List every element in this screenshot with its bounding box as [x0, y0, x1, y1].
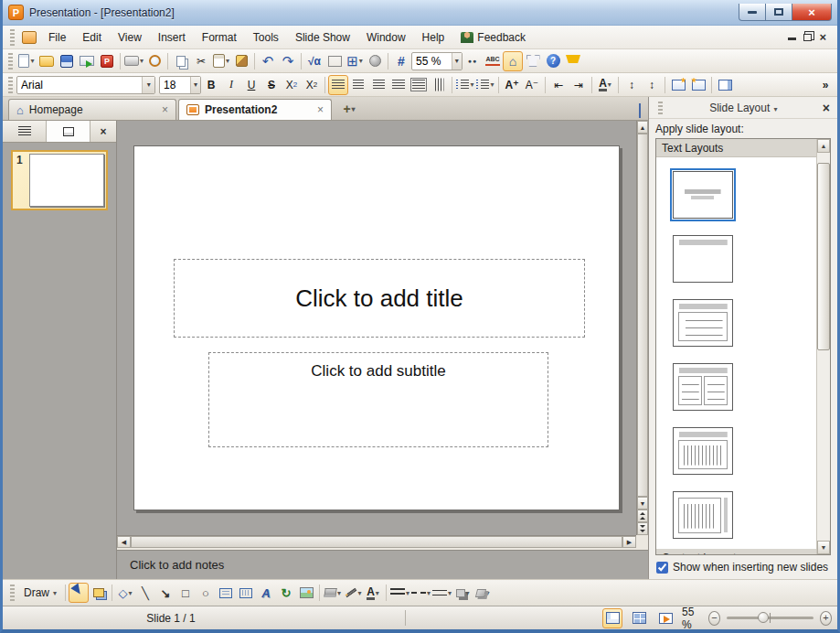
slide-thumbnail-1[interactable]: 1: [11, 150, 108, 210]
outline-view-tab[interactable]: [3, 121, 47, 142]
save-button[interactable]: [57, 51, 77, 71]
insert-table-button[interactable]: ⊞▾: [345, 51, 365, 71]
menu-item-file[interactable]: File: [40, 28, 74, 47]
font-dropdown[interactable]: ▾: [142, 77, 154, 93]
zoom-input[interactable]: [412, 54, 452, 69]
vertical-scroll-track[interactable]: [637, 134, 648, 497]
next-slide-button[interactable]: [637, 522, 648, 535]
align-right-button[interactable]: [368, 75, 388, 95]
menu-item-view[interactable]: View: [110, 28, 150, 47]
redo-button[interactable]: ↷: [278, 51, 298, 71]
bold-button[interactable]: B: [201, 75, 221, 95]
zoom-in-button[interactable]: +: [820, 611, 832, 626]
increase-indent-button[interactable]: ⇥: [569, 75, 589, 95]
send-email-button[interactable]: [77, 51, 97, 71]
menu-item-insert[interactable]: Insert: [150, 28, 194, 47]
new-slide-button[interactable]: [688, 75, 708, 95]
decrease-indent-button[interactable]: ⇤: [548, 75, 569, 95]
underline-button[interactable]: U: [241, 75, 261, 95]
distribute-button[interactable]: [409, 75, 429, 95]
line-tool-button[interactable]: ╲: [135, 583, 155, 603]
previous-slide-button[interactable]: [637, 510, 648, 522]
scrollbar-thumb[interactable]: [817, 163, 830, 350]
mdi-close-icon[interactable]: ×: [819, 30, 826, 44]
draw-font-color-button[interactable]: A▾: [363, 583, 383, 603]
subtitle-placeholder[interactable]: Click to add subtitle: [208, 352, 548, 447]
multi-select-button[interactable]: [89, 583, 109, 603]
line-color-button[interactable]: ▾: [343, 583, 363, 603]
layout-title-two-content[interactable]: [664, 355, 742, 419]
scroll-down-icon[interactable]: ▼: [817, 541, 830, 554]
print-preview-button[interactable]: [144, 51, 165, 71]
close-button[interactable]: ×: [792, 4, 832, 21]
insert-picture-button[interactable]: [296, 583, 316, 603]
scroll-up-icon[interactable]: ▲: [817, 139, 830, 153]
select-tool-button[interactable]: [69, 583, 89, 603]
copy-button[interactable]: [171, 51, 191, 71]
panel-close-icon[interactable]: ×: [90, 121, 116, 142]
font-size-input[interactable]: [160, 78, 190, 92]
slides-view-tab[interactable]: [47, 121, 90, 142]
maximize-button[interactable]: [765, 4, 792, 21]
undo-button[interactable]: ↶: [258, 51, 278, 71]
menu-item-help[interactable]: Help: [414, 28, 453, 47]
find-button[interactable]: ●●: [463, 51, 483, 71]
toolbar-grip[interactable]: [10, 29, 15, 46]
zoom-dropdown[interactable]: ▾: [452, 53, 463, 70]
layout-scrollbar[interactable]: ▲ ▼: [816, 139, 830, 554]
slideshow-button[interactable]: [655, 608, 675, 628]
scroll-right-icon[interactable]: ▶: [622, 536, 636, 548]
horizontal-scrollbar[interactable]: ◀ ▶: [117, 535, 636, 548]
shadow-style-button[interactable]: ▾: [452, 583, 473, 603]
align-left-button[interactable]: [328, 75, 348, 95]
menu-item-format[interactable]: Format: [194, 28, 245, 47]
notes-area[interactable]: Click to add notes: [117, 550, 648, 579]
home-button[interactable]: ⌂: [503, 51, 523, 71]
layout-title-vertical-text[interactable]: [664, 419, 742, 483]
font-size-dropdown[interactable]: ▾: [190, 77, 200, 93]
vertical-text-box-button[interactable]: [236, 583, 256, 603]
menu-item-feedback[interactable]: Feedback: [452, 28, 534, 47]
italic-button[interactable]: I: [221, 75, 241, 95]
scroll-up-icon[interactable]: ▲: [637, 121, 648, 134]
layout-title-slide[interactable]: [664, 163, 742, 227]
layout-title-content[interactable]: [664, 291, 742, 355]
justify-button[interactable]: [388, 75, 409, 95]
toolbar-grip[interactable]: [8, 77, 13, 93]
show-when-inserting-checkbox[interactable]: [656, 562, 668, 574]
strikethrough-button[interactable]: S: [261, 75, 282, 95]
window-list-button[interactable]: [639, 104, 641, 117]
autoshapes-button[interactable]: ◇▾: [115, 583, 135, 603]
increase-font-button[interactable]: A⁺: [502, 75, 522, 95]
new-document-button[interactable]: ▾: [16, 51, 37, 71]
scroll-down-icon[interactable]: ▼: [637, 497, 648, 510]
dash-style-button[interactable]: ▾: [410, 583, 431, 603]
arrow-tool-button[interactable]: ↘: [155, 583, 175, 603]
toolbar-grip[interactable]: [10, 585, 15, 601]
toolbar-overflow-button[interactable]: »: [815, 75, 835, 95]
ellipse-tool-button[interactable]: ○: [196, 583, 216, 603]
normal-view-button[interactable]: [602, 608, 622, 628]
menu-item-slideshow[interactable]: Slide Show: [287, 28, 358, 47]
export-pdf-button[interactable]: P: [97, 51, 117, 71]
zoom-slider[interactable]: [727, 617, 813, 619]
horizontal-scroll-track[interactable]: [131, 536, 622, 548]
subscript-button[interactable]: X2: [302, 75, 322, 95]
open-button[interactable]: [37, 51, 57, 71]
gridlines-button[interactable]: #: [391, 51, 411, 71]
tab-homepage[interactable]: ⌂ Homepage ×: [8, 99, 176, 120]
layout-title-only[interactable]: [664, 227, 742, 291]
menu-item-window[interactable]: Window: [358, 28, 414, 47]
menu-item-edit[interactable]: Edit: [74, 28, 110, 47]
text-box-button[interactable]: [216, 583, 236, 603]
rectangle-tool-button[interactable]: □: [175, 583, 196, 603]
vertical-scrollbar[interactable]: ▲ ▼: [636, 121, 648, 535]
spellcheck-button[interactable]: ABC: [483, 51, 503, 71]
fill-color-button[interactable]: ▾: [323, 583, 343, 603]
help-button[interactable]: ?: [543, 51, 563, 71]
bullet-list-button[interactable]: ▾: [475, 75, 495, 95]
task-pane-button[interactable]: [715, 75, 735, 95]
new-tab-button[interactable]: +▾: [337, 100, 361, 118]
task-pane-close-icon[interactable]: ×: [821, 101, 832, 115]
superscript-button[interactable]: X2: [282, 75, 302, 95]
